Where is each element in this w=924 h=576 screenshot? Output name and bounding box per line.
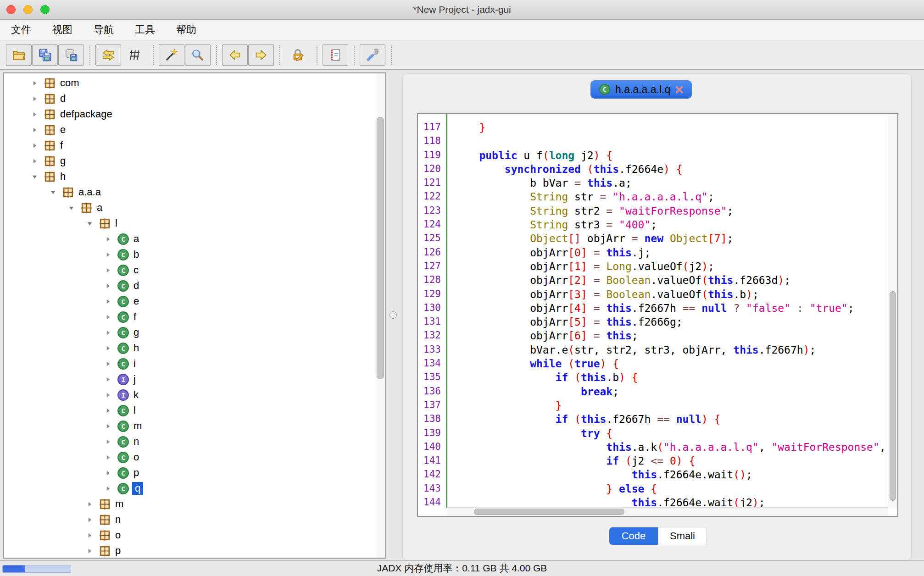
preferences-button[interactable]: [360, 44, 385, 66]
save-all-icon: [38, 48, 52, 62]
tree-item-d[interactable]: Cd: [4, 278, 375, 294]
tree-item-h[interactable]: Ch: [4, 340, 375, 356]
forward-button[interactable]: [248, 44, 274, 66]
triangle-right-icon[interactable]: [83, 532, 95, 539]
tree-item-i[interactable]: Ci: [4, 356, 375, 371]
code-line: this.f2664e.wait(j2);: [454, 497, 888, 508]
code-view-button[interactable]: Code: [609, 527, 658, 545]
triangle-down-icon[interactable]: [47, 189, 59, 196]
triangle-right-icon[interactable]: [28, 95, 40, 102]
tree-item-j[interactable]: Ij: [4, 371, 375, 387]
tree-item-g[interactable]: g: [4, 153, 375, 169]
tree-item-c[interactable]: Cc: [4, 262, 375, 278]
code-hscrollbar-thumb[interactable]: [474, 509, 625, 515]
code-vertical-scrollbar[interactable]: [888, 114, 897, 508]
tree-vertical-scrollbar[interactable]: [375, 73, 385, 558]
text-search-button[interactable]: [159, 44, 184, 66]
menu-view[interactable]: 视图: [52, 23, 72, 37]
triangle-right-icon[interactable]: [102, 407, 114, 414]
triangle-down-icon[interactable]: [65, 205, 77, 211]
triangle-right-icon[interactable]: [28, 80, 40, 87]
menu-tools[interactable]: 工具: [135, 23, 155, 37]
splitter-handle[interactable]: [390, 311, 397, 319]
tree-item-f[interactable]: f: [4, 138, 375, 153]
triangle-right-icon[interactable]: [102, 282, 114, 289]
tree-item-n[interactable]: Cn: [4, 434, 375, 449]
tree-item-q[interactable]: Cq: [4, 481, 375, 496]
tree-item-label: f: [60, 139, 63, 151]
tree-item-a[interactable]: a: [4, 200, 375, 216]
triangle-right-icon[interactable]: [28, 158, 40, 165]
minimize-window-button[interactable]: [23, 5, 33, 14]
tree-item-g[interactable]: Cg: [4, 325, 375, 340]
close-tab-icon[interactable]: [675, 85, 684, 94]
close-window-button[interactable]: [6, 5, 16, 14]
tree-item-m[interactable]: m: [4, 496, 375, 512]
tab-h-a-a-a-a-l-q[interactable]: C h.a.a.a.a.l.q: [590, 80, 692, 99]
log-viewer-button[interactable]: [323, 44, 348, 66]
triangle-right-icon[interactable]: [102, 298, 114, 305]
triangle-right-icon[interactable]: [83, 501, 95, 508]
triangle-right-icon[interactable]: [102, 345, 114, 352]
tree-item-com[interactable]: com: [4, 75, 375, 91]
triangle-right-icon[interactable]: [102, 470, 114, 476]
triangle-right-icon[interactable]: [102, 438, 114, 445]
triangle-right-icon[interactable]: [28, 111, 40, 118]
triangle-right-icon[interactable]: [102, 251, 114, 258]
tree-item-d[interactable]: d: [4, 91, 375, 106]
tree-item-e[interactable]: e: [4, 122, 375, 138]
class-icon: C: [599, 83, 611, 95]
tree-item-m[interactable]: Cm: [4, 418, 375, 434]
reload-button[interactable]: [95, 44, 121, 66]
line-number: 130: [418, 302, 446, 316]
open-file-button[interactable]: [6, 44, 32, 66]
triangle-right-icon[interactable]: [102, 314, 114, 321]
triangle-right-icon[interactable]: [83, 516, 95, 523]
triangle-right-icon[interactable]: [102, 392, 114, 399]
tree-item-o[interactable]: Co: [4, 449, 375, 465]
triangle-right-icon[interactable]: [102, 329, 114, 336]
triangle-right-icon[interactable]: [102, 376, 114, 383]
tree-item-b[interactable]: Cb: [4, 247, 375, 262]
rename-button[interactable]: [285, 44, 311, 66]
tree-item-defpackage[interactable]: defpackage: [4, 106, 375, 122]
tree-item-p[interactable]: Cp: [4, 465, 375, 481]
triangle-right-icon[interactable]: [102, 236, 114, 243]
save-all-button[interactable]: [32, 44, 58, 66]
triangle-right-icon[interactable]: [102, 267, 114, 274]
tree-item-k[interactable]: Ik: [4, 387, 375, 403]
zoom-window-button[interactable]: [40, 5, 50, 14]
code-text[interactable]: } public u f(long j2) { synchronized (th…: [448, 114, 888, 508]
class-search-button[interactable]: [185, 44, 211, 66]
menu-help[interactable]: 帮助: [176, 23, 196, 37]
tree-item-n[interactable]: n: [4, 512, 375, 527]
deobfuscation-button[interactable]: [122, 44, 147, 66]
export-button[interactable]: [58, 44, 84, 66]
code-horizontal-scrollbar[interactable]: [447, 507, 888, 516]
menu-file[interactable]: 文件: [11, 23, 31, 37]
triangle-right-icon[interactable]: [102, 360, 114, 367]
triangle-right-icon[interactable]: [102, 485, 114, 492]
tree-item-l[interactable]: l: [4, 216, 375, 231]
code-vscrollbar-thumb[interactable]: [890, 291, 896, 501]
triangle-right-icon[interactable]: [28, 142, 40, 149]
triangle-right-icon[interactable]: [102, 423, 114, 430]
tree-item-l[interactable]: Cl: [4, 403, 375, 418]
back-button[interactable]: [222, 44, 248, 66]
smali-view-button[interactable]: Smali: [658, 527, 707, 545]
triangle-down-icon[interactable]: [83, 220, 95, 227]
triangle-right-icon[interactable]: [28, 127, 40, 133]
triangle-right-icon[interactable]: [102, 454, 114, 461]
menu-navigation[interactable]: 导航: [94, 23, 114, 37]
tree-item-e[interactable]: Ce: [4, 294, 375, 309]
tree-item-o[interactable]: o: [4, 527, 375, 543]
tree-scrollbar-thumb[interactable]: [377, 117, 384, 379]
triangle-right-icon[interactable]: [83, 548, 95, 554]
tree-item-f[interactable]: Cf: [4, 309, 375, 325]
tree-item-h[interactable]: h: [4, 169, 375, 184]
tree-item-p[interactable]: p: [4, 543, 375, 558]
tree-item-a[interactable]: Ca: [4, 231, 375, 247]
tree-item-label: g: [134, 327, 139, 338]
tree-item-a.a.a[interactable]: a.a.a: [4, 184, 375, 200]
triangle-down-icon[interactable]: [28, 173, 40, 180]
